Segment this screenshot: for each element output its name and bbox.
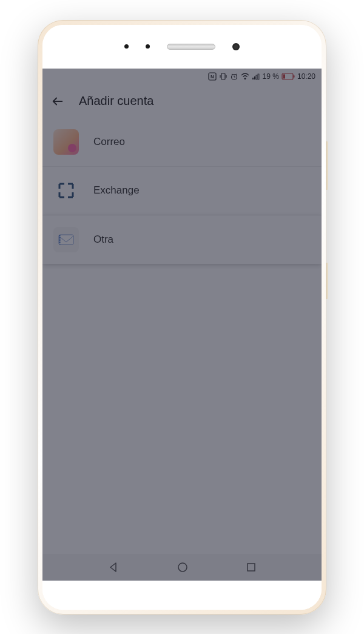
svg-line-8 <box>232 74 233 75</box>
volume-button <box>326 141 328 190</box>
svg-rect-18 <box>59 235 73 244</box>
svg-rect-16 <box>283 74 285 78</box>
phone-inner: N 19 % <box>42 25 322 610</box>
mail-icon <box>53 227 79 252</box>
status-icons: N 19 % <box>208 72 315 81</box>
svg-rect-14 <box>258 74 259 79</box>
exchange-icon <box>53 178 79 203</box>
correo-icon <box>53 129 79 155</box>
svg-rect-11 <box>252 78 254 79</box>
wifi-icon <box>241 72 249 81</box>
phone-bezel-bottom <box>42 581 322 610</box>
account-option-exchange[interactable]: Exchange <box>42 167 322 215</box>
power-button <box>326 263 328 299</box>
svg-rect-12 <box>254 76 255 79</box>
phone-bezel-top <box>42 25 322 69</box>
account-type-list: Correo Exchange <box>42 118 322 554</box>
proximity-sensor <box>146 44 150 49</box>
svg-rect-2 <box>221 73 225 79</box>
nav-recents-button[interactable] <box>246 562 257 573</box>
account-option-otra[interactable]: Otra <box>42 215 322 264</box>
screen: N 19 % <box>42 69 322 581</box>
phone-device-frame: N 19 % <box>38 20 326 615</box>
front-camera <box>232 43 240 50</box>
proximity-sensor <box>124 44 129 49</box>
earpiece-speaker <box>167 44 215 50</box>
signal-icon <box>252 72 260 81</box>
nfc-icon: N <box>208 72 217 81</box>
svg-point-20 <box>178 563 187 572</box>
nav-back-button[interactable] <box>107 561 120 573</box>
page-title: Añadir cuenta <box>79 94 153 108</box>
svg-point-10 <box>244 78 246 79</box>
svg-text:N: N <box>211 74 214 79</box>
account-option-label: Otra <box>93 234 113 246</box>
app-header: Añadir cuenta <box>42 84 322 118</box>
nav-home-button[interactable] <box>177 561 189 573</box>
alarm-icon <box>230 72 238 81</box>
battery-percent: 19 % <box>263 72 279 81</box>
account-option-label: Exchange <box>93 184 140 197</box>
svg-rect-21 <box>248 564 255 571</box>
svg-rect-17 <box>293 75 294 78</box>
account-option-label: Correo <box>93 136 125 148</box>
account-option-correo[interactable]: Correo <box>42 118 322 167</box>
battery-icon <box>281 73 295 80</box>
vibrate-icon <box>219 72 228 81</box>
svg-rect-13 <box>256 75 257 79</box>
android-nav-bar <box>42 554 322 581</box>
status-bar: N 19 % <box>42 69 322 84</box>
svg-line-9 <box>235 74 237 75</box>
clock-time: 10:20 <box>297 72 315 81</box>
back-arrow-icon[interactable] <box>51 95 64 108</box>
